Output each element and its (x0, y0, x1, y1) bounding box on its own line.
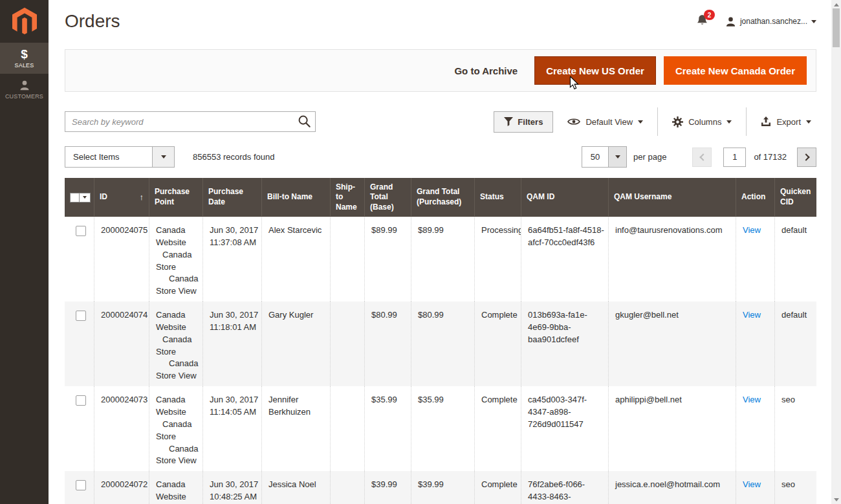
grid-header-row: ID ↑ Purchase Point Purchase Date Bill-t… (65, 178, 816, 217)
notification-count-badge: 2 (704, 10, 715, 20)
columns-label: Columns (688, 117, 721, 127)
create-new-canada-order-button[interactable]: Create New Canada Order (664, 56, 807, 85)
row-checkbox[interactable] (76, 480, 86, 490)
admin-user-menu[interactable]: jonathan.sanchez... (725, 16, 816, 27)
table-row: 2000024074 Canada Website Canada Store C… (65, 301, 816, 386)
cell-purchase-date: Jun 30, 2017 11:37:08 AM (202, 217, 261, 301)
sort-ascending-icon[interactable]: ↑ (140, 192, 144, 203)
cell-order-id: 2000024073 (94, 386, 149, 471)
per-page-dropdown[interactable]: 50 (582, 146, 627, 168)
store-website: Canada Website (156, 394, 200, 419)
cell-purchase-point: Canada Website Canada Store Canada Store… (149, 301, 202, 386)
dollar-icon: $ (21, 48, 28, 60)
page-title: Orders (65, 11, 120, 32)
column-header-purchase-point[interactable]: Purchase Point (149, 178, 202, 217)
cell-status: Complete (474, 386, 521, 471)
cell-qam-username: info@taurusrenovations.com (608, 217, 736, 301)
store-view: Canada Store View (156, 273, 200, 298)
sidebar-item-label: SALES (14, 62, 34, 69)
store-website: Canada Website (156, 225, 200, 249)
scroll-down-arrow-icon[interactable] (831, 495, 841, 504)
column-header-bill-to-name[interactable]: Bill-to Name (261, 178, 330, 217)
chevron-left-icon (699, 153, 706, 160)
cell-grand-total-base: $35.99 (364, 386, 411, 471)
go-to-archive-link[interactable]: Go to Archive (454, 65, 518, 76)
view-order-link[interactable]: View (743, 310, 761, 320)
column-header-id[interactable]: ID ↑ (94, 178, 149, 217)
chevron-down-icon (638, 120, 643, 124)
cell-qam-username: jessica.e.noel@hotmail.com (608, 471, 736, 504)
cell-bill-to-name: Alex Starcevic (261, 217, 330, 301)
view-order-link[interactable]: View (743, 395, 761, 404)
column-header-ship-to-name[interactable]: Ship-to Name (330, 178, 364, 217)
cell-qam-username: aphilippi@bell.net (608, 386, 736, 471)
view-selector[interactable]: Default View (562, 117, 648, 127)
orders-grid: ID ↑ Purchase Point Purchase Date Bill-t… (65, 178, 816, 504)
table-row: 2000024075 Canada Website Canada Store C… (65, 217, 816, 301)
filters-button[interactable]: Filters (494, 111, 553, 133)
scroll-up-arrow-icon[interactable] (831, 0, 841, 9)
cell-quicken-cid: default (774, 301, 816, 386)
cell-qam-id: 013b693a-fa1e-4e69-9bba-baa901dcfeef (521, 301, 608, 386)
column-header-grand-total-purchased[interactable]: Grand Total (Purchased) (411, 178, 474, 217)
search-input[interactable] (65, 111, 316, 132)
cell-status: Processing (474, 217, 521, 301)
chevron-down-icon (806, 120, 811, 124)
view-order-link[interactable]: View (743, 479, 761, 489)
scrollbar-thumb[interactable] (833, 8, 840, 47)
cell-ship-to-name (330, 217, 364, 301)
cell-bill-to-name: Gary Kugler (261, 301, 330, 386)
eye-icon (567, 117, 580, 126)
page-actions-toolbar: Go to Archive Create New US Order Create… (65, 49, 816, 92)
per-page-label: per page (633, 152, 666, 162)
row-checkbox[interactable] (76, 395, 86, 406)
cell-qam-id: ca45d003-347f-4347-a898-726d9d011547 (521, 386, 608, 471)
select-all-control[interactable] (70, 193, 91, 203)
admin-sidebar: $ SALES CUSTOMERS (0, 0, 49, 504)
next-page-button[interactable] (797, 148, 816, 167)
magento-logo[interactable] (0, 0, 49, 43)
cell-grand-total-purchased: $89.99 (411, 217, 474, 301)
chevron-down-icon (726, 120, 732, 124)
column-header-purchase-date[interactable]: Purchase Date (202, 178, 261, 217)
column-header-quicken-cid[interactable]: Quicken CID (774, 178, 816, 217)
store-group: Canada Store (156, 334, 200, 358)
export-button[interactable]: Export (756, 116, 816, 127)
customers-icon (19, 80, 30, 91)
search-icon[interactable] (298, 115, 311, 130)
sidebar-item-sales[interactable]: $ SALES (0, 43, 49, 74)
divider (657, 107, 658, 136)
cell-grand-total-base: $80.99 (364, 301, 411, 386)
view-order-link[interactable]: View (743, 225, 761, 235)
cell-quicken-cid: default (774, 217, 816, 301)
total-pages-text: of 17132 (754, 152, 787, 162)
cell-grand-total-purchased: $80.99 (411, 301, 474, 386)
create-new-us-order-button[interactable]: Create New US Order (534, 56, 656, 85)
chevron-down-icon[interactable] (80, 193, 91, 203)
column-header-status[interactable]: Status (474, 178, 521, 217)
notifications-button[interactable]: 2 (696, 14, 708, 28)
cell-quicken-cid: seo (774, 386, 816, 471)
cell-order-id: 2000024074 (94, 301, 149, 386)
export-label: Export (776, 117, 801, 127)
sidebar-item-label: CUSTOMERS (5, 93, 43, 100)
column-header-qam-id[interactable]: QAM ID (521, 178, 608, 217)
row-checkbox[interactable] (76, 226, 86, 236)
select-items-dropdown[interactable]: Select Items (65, 146, 175, 168)
cell-order-id: 2000024072 (94, 471, 149, 504)
column-header-qam-username[interactable]: QAM Username (608, 178, 736, 217)
pagination: 50 per page of 17132 (582, 146, 816, 168)
vertical-scrollbar[interactable] (831, 0, 841, 504)
columns-selector[interactable]: Columns (667, 116, 737, 127)
select-all-checkbox[interactable] (70, 193, 80, 203)
sidebar-item-customers[interactable]: CUSTOMERS (0, 74, 49, 105)
cell-status: Complete (474, 471, 521, 504)
row-checkbox[interactable] (76, 311, 86, 321)
cell-ship-to-name (330, 471, 364, 504)
cell-bill-to-name: Jennifer Berkhuizen (261, 386, 330, 471)
store-website: Canada Website (156, 309, 200, 334)
current-page-input[interactable] (723, 148, 746, 167)
cell-bill-to-name: Jessica Noel (261, 471, 330, 504)
main-content: Orders 2 jonathan.sanchez... Go to Archi… (49, 0, 831, 504)
column-header-grand-total-base[interactable]: Grand Total (Base) (364, 178, 411, 217)
